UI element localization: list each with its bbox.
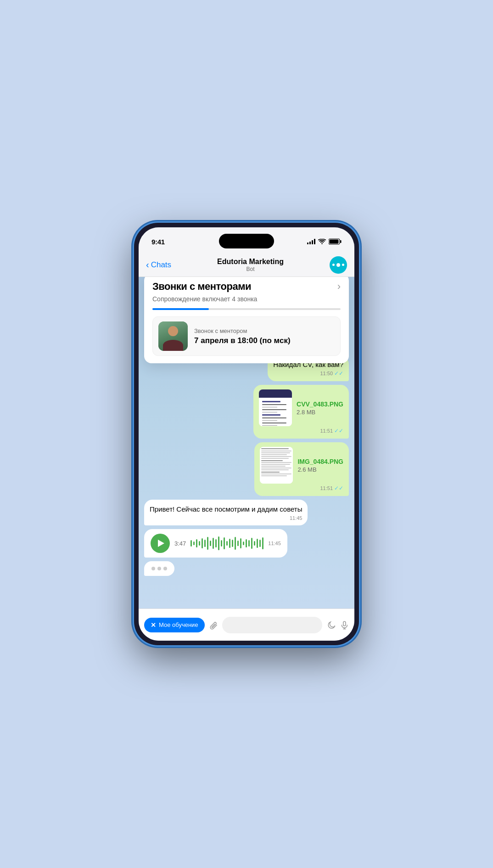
waveform-bar — [254, 541, 255, 546]
waveform-bar — [224, 537, 225, 549]
waveform-bar — [251, 538, 252, 549]
popup-call-label: Звонок с ментором — [194, 327, 335, 334]
waveform-bar — [232, 540, 233, 547]
signal-bar-3 — [312, 240, 313, 244]
msg-time-3: 11:51 — [320, 485, 333, 491]
waveform-bar — [204, 540, 206, 547]
waveform-bar — [257, 539, 258, 548]
msg-time-voice: 11:45 — [268, 541, 281, 546]
voice-duration: 3:47 — [174, 540, 186, 547]
msg-ticks-2: ✓✓ — [334, 428, 343, 434]
waveform-bar — [237, 541, 239, 546]
waveform-bar — [246, 539, 247, 547]
signal-bars-icon — [307, 239, 315, 244]
nav-title: Edutoria Marketing Bot — [171, 258, 330, 272]
msg-meta-1: 11:50 ✓✓ — [273, 370, 343, 377]
waveform-bar — [248, 540, 250, 547]
waveform-bar — [213, 538, 214, 549]
play-icon — [158, 540, 164, 547]
message-voice: 3:47 11:45 — [144, 529, 287, 558]
avatar-dots — [332, 263, 344, 267]
waveform-bar — [207, 537, 208, 550]
microphone-icon[interactable] — [340, 620, 349, 630]
msg-file-cv-info: CVV_0483.PNG 2.8 MB — [297, 400, 343, 416]
msg-meta-3: 11:51 ✓✓ — [260, 485, 343, 491]
msg-meta-incoming: 11:45 — [150, 515, 302, 521]
typing-dot-1 — [151, 567, 155, 570]
waveform-bar — [190, 540, 192, 547]
popup-subtitle: Сопровождение включает 4 звонка — [152, 295, 341, 303]
message-typing — [144, 561, 174, 576]
msg-file-img: IMG_0484.PNG 2.6 MB — [260, 447, 343, 484]
nav-back-label: Chats — [151, 260, 171, 270]
waveform-bar — [215, 539, 217, 547]
img-thumbnail — [260, 447, 293, 484]
messages-container: Накидал CV, как вам? 11:50 ✓✓ — [139, 350, 354, 609]
voice-play-button[interactable] — [151, 534, 170, 553]
msg-time-1: 11:50 — [320, 371, 333, 376]
nav-title-sub: Bot — [171, 266, 330, 272]
msg-time-incoming: 11:45 — [290, 515, 303, 521]
avatar-dot-3 — [342, 264, 344, 266]
back-chevron-icon: ‹ — [146, 259, 149, 270]
msg-text-incoming: Привет! Сейчас все посмотрим и дадим сов… — [150, 505, 302, 513]
waveform-bar — [235, 537, 236, 550]
waveform-bar — [218, 536, 219, 550]
popup-progress-bar — [152, 308, 341, 310]
chip-close-icon[interactable]: ✕ — [151, 621, 156, 629]
waveform-bar — [221, 540, 222, 547]
waveform-bar — [210, 541, 211, 546]
nav-title-main: Edutoria Marketing — [171, 258, 330, 266]
popup-call-info: Звонок с ментором 7 апреля в 18:00 (по м… — [194, 327, 335, 345]
msg-time-2: 11:51 — [320, 428, 333, 434]
popup-call-card[interactable]: Звонок с ментором 7 апреля в 18:00 (по м… — [152, 316, 341, 356]
nav-avatar[interactable] — [330, 256, 347, 274]
waveform-bar — [259, 540, 261, 547]
popup-call-avatar — [158, 321, 188, 351]
nav-bar: ‹ Chats Edutoria Marketing Bot — [139, 253, 354, 277]
chat-area: Звонки с менторами › Сопровождение включ… — [139, 277, 354, 609]
msg-ticks-3: ✓✓ — [334, 485, 343, 491]
waveform-bar — [240, 538, 241, 548]
waveform-bar — [229, 539, 230, 548]
signal-bar-1 — [307, 242, 308, 244]
signal-bar-4 — [314, 239, 315, 244]
waveform-bar — [199, 541, 200, 546]
msg-filesize-cv: 2.8 MB — [297, 409, 343, 416]
message-input[interactable] — [222, 617, 322, 633]
msg-file-img-info: IMG_0484.PNG 2.6 MB — [297, 458, 343, 473]
waveform-bar — [202, 538, 203, 548]
svg-rect-2 — [330, 240, 339, 244]
msg-file-cv: CVV_0483.PNG 2.8 MB — [259, 389, 343, 426]
typing-dot-2 — [157, 567, 161, 570]
popup-progress-fill — [152, 308, 209, 310]
message-file-img: IMG_0484.PNG 2.6 MB 11:51 ✓✓ — [254, 442, 349, 496]
msg-meta-2: 11:51 ✓✓ — [259, 428, 343, 434]
battery-icon — [329, 238, 342, 245]
chip-label: Мое обучение — [159, 621, 198, 628]
status-time: 9:41 — [151, 238, 165, 246]
voice-waveform — [190, 536, 263, 550]
waveform-bar — [193, 541, 195, 545]
my-learning-chip[interactable]: ✕ Мое обучение — [144, 618, 205, 632]
wifi-icon — [318, 239, 326, 245]
svg-rect-3 — [343, 621, 346, 626]
moon-icon[interactable] — [327, 620, 336, 630]
attach-icon[interactable] — [209, 620, 218, 630]
waveform-bar — [226, 541, 228, 546]
waveform-bar — [243, 541, 244, 545]
waveform-bar — [196, 539, 197, 547]
svg-rect-1 — [340, 240, 342, 243]
nav-back-button[interactable]: ‹ Chats — [146, 260, 171, 270]
popup-card[interactable]: Звонки с менторами › Сопровождение включ… — [144, 277, 349, 363]
avatar-dot-2 — [336, 263, 340, 267]
msg-filename-cv: CVV_0483.PNG — [297, 400, 343, 408]
msg-filename-img: IMG_0484.PNG — [297, 458, 343, 465]
popup-title: Звонки с менторами — [152, 281, 251, 293]
waveform-bar — [262, 537, 263, 549]
msg-ticks-1: ✓✓ — [334, 370, 343, 377]
phone-screen: 9:41 — [139, 227, 354, 641]
popup-chevron-icon: › — [337, 281, 341, 293]
status-icons — [307, 238, 342, 245]
bottom-bar: ✕ Мое обучение — [139, 609, 354, 641]
